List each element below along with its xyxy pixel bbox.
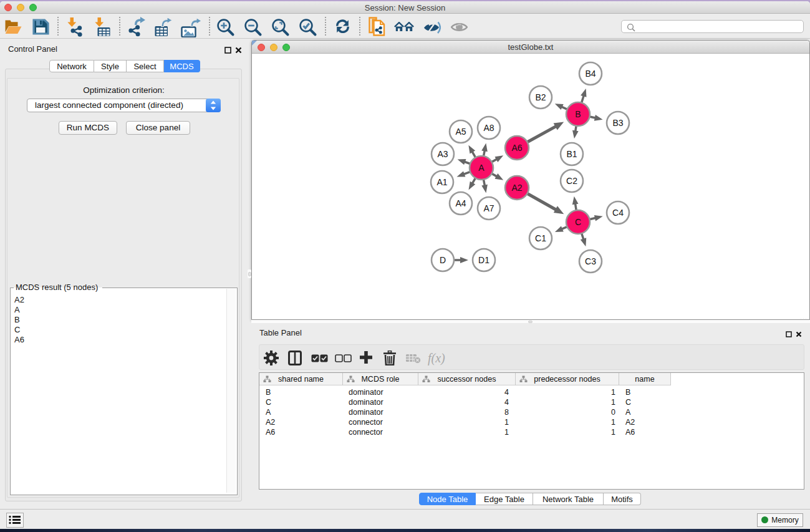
svg-text:A1: A1 xyxy=(436,177,447,187)
svg-text:A5: A5 xyxy=(455,127,466,137)
svg-text:C1: C1 xyxy=(535,233,546,243)
svg-text:A3: A3 xyxy=(437,149,448,159)
svg-text:A6: A6 xyxy=(511,143,522,153)
svg-text:C2: C2 xyxy=(566,176,577,186)
svg-text:D1: D1 xyxy=(478,255,489,265)
svg-text:B1: B1 xyxy=(566,149,577,159)
svg-text:B2: B2 xyxy=(535,92,546,102)
svg-text:C4: C4 xyxy=(612,208,624,218)
svg-text:A8: A8 xyxy=(483,123,494,133)
svg-text:A4: A4 xyxy=(455,198,466,208)
svg-text:B3: B3 xyxy=(612,118,623,128)
svg-text:A7: A7 xyxy=(483,203,494,213)
svg-text:A: A xyxy=(478,163,485,173)
svg-text:C: C xyxy=(575,217,581,227)
svg-text:A2: A2 xyxy=(511,183,522,193)
svg-text:C3: C3 xyxy=(585,256,596,266)
svg-text:B: B xyxy=(575,109,581,119)
svg-text:B4: B4 xyxy=(585,69,595,79)
svg-text:D: D xyxy=(440,255,446,265)
